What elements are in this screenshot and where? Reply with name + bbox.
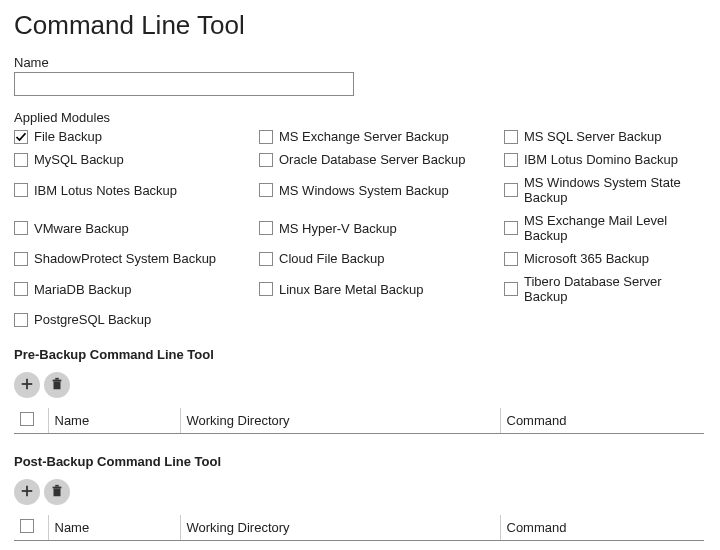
name-label: Name: [14, 55, 706, 70]
applied-modules-label: Applied Modules: [14, 110, 706, 125]
pre-backup-title: Pre-Backup Command Line Tool: [14, 347, 706, 362]
module-label: MySQL Backup: [34, 152, 124, 167]
module-item: ShadowProtect System Backup: [14, 251, 259, 266]
module-item: MS Exchange Mail Level Backup: [504, 213, 706, 243]
module-item: MariaDB Backup: [14, 274, 259, 304]
svg-rect-9: [55, 484, 59, 486]
svg-rect-7: [54, 488, 61, 496]
module-label: VMware Backup: [34, 221, 129, 236]
post-backup-col-command: Command: [500, 515, 704, 541]
module-label: MS Hyper-V Backup: [279, 221, 397, 236]
module-item: MS Windows System Backup: [259, 175, 504, 205]
module-label: IBM Lotus Notes Backup: [34, 183, 177, 198]
applied-modules-grid: File BackupMS Exchange Server BackupMS S…: [14, 129, 706, 327]
module-checkbox[interactable]: [14, 252, 28, 266]
module-label: MS SQL Server Backup: [524, 129, 662, 144]
svg-rect-8: [53, 486, 62, 488]
module-label: MS Exchange Mail Level Backup: [524, 213, 706, 243]
module-checkbox[interactable]: [14, 221, 28, 235]
module-checkbox[interactable]: [259, 282, 273, 296]
svg-rect-4: [55, 377, 59, 379]
module-item: File Backup: [14, 129, 259, 144]
module-checkbox[interactable]: [259, 183, 273, 197]
module-checkbox[interactable]: [504, 183, 518, 197]
module-label: ShadowProtect System Backup: [34, 251, 216, 266]
post-backup-table: Name Working Directory Command: [14, 515, 704, 541]
plus-icon: [20, 377, 34, 394]
pre-backup-delete-button[interactable]: [44, 372, 70, 398]
post-backup-col-name: Name: [48, 515, 180, 541]
module-checkbox[interactable]: [504, 153, 518, 167]
module-checkbox[interactable]: [14, 183, 28, 197]
pre-backup-add-button[interactable]: [14, 372, 40, 398]
module-item: IBM Lotus Notes Backup: [14, 175, 259, 205]
module-label: Microsoft 365 Backup: [524, 251, 649, 266]
pre-backup-table: Name Working Directory Command: [14, 408, 704, 434]
module-item: MS Hyper-V Backup: [259, 213, 504, 243]
page-title: Command Line Tool: [14, 10, 706, 41]
module-item: Oracle Database Server Backup: [259, 152, 504, 167]
module-item: MS Windows System State Backup: [504, 175, 706, 205]
module-item: VMware Backup: [14, 213, 259, 243]
module-label: PostgreSQL Backup: [34, 312, 151, 327]
module-label: MariaDB Backup: [34, 282, 132, 297]
module-item: MS Exchange Server Backup: [259, 129, 504, 144]
module-checkbox[interactable]: [259, 252, 273, 266]
module-label: Tibero Database Server Backup: [524, 274, 706, 304]
module-item: Tibero Database Server Backup: [504, 274, 706, 304]
plus-icon: [20, 484, 34, 501]
svg-rect-2: [54, 381, 61, 389]
module-label: File Backup: [34, 129, 102, 144]
module-item: MS SQL Server Backup: [504, 129, 706, 144]
module-label: IBM Lotus Domino Backup: [524, 152, 678, 167]
pre-backup-col-workingdir: Working Directory: [180, 408, 500, 434]
module-item: Linux Bare Metal Backup: [259, 274, 504, 304]
module-checkbox[interactable]: [14, 282, 28, 296]
module-label: Linux Bare Metal Backup: [279, 282, 424, 297]
post-backup-title: Post-Backup Command Line Tool: [14, 454, 706, 469]
module-checkbox[interactable]: [14, 313, 28, 327]
module-item: IBM Lotus Domino Backup: [504, 152, 706, 167]
svg-rect-6: [22, 490, 33, 492]
module-checkbox[interactable]: [259, 130, 273, 144]
module-item: Cloud File Backup: [259, 251, 504, 266]
module-checkbox[interactable]: [504, 221, 518, 235]
module-item: PostgreSQL Backup: [14, 312, 259, 327]
trash-icon: [50, 484, 64, 501]
svg-rect-1: [22, 383, 33, 385]
trash-icon: [50, 377, 64, 394]
module-label: MS Exchange Server Backup: [279, 129, 449, 144]
module-checkbox[interactable]: [504, 130, 518, 144]
pre-backup-select-all-checkbox[interactable]: [20, 412, 34, 426]
module-label: Cloud File Backup: [279, 251, 385, 266]
post-backup-select-all-checkbox[interactable]: [20, 519, 34, 533]
svg-rect-3: [53, 379, 62, 381]
name-input[interactable]: [14, 72, 354, 96]
module-checkbox[interactable]: [14, 130, 28, 144]
module-label: MS Windows System Backup: [279, 183, 449, 198]
post-backup-col-workingdir: Working Directory: [180, 515, 500, 541]
pre-backup-col-command: Command: [500, 408, 704, 434]
module-checkbox[interactable]: [14, 153, 28, 167]
post-backup-delete-button[interactable]: [44, 479, 70, 505]
pre-backup-col-name: Name: [48, 408, 180, 434]
module-label: MS Windows System State Backup: [524, 175, 706, 205]
module-checkbox[interactable]: [504, 252, 518, 266]
post-backup-add-button[interactable]: [14, 479, 40, 505]
module-label: Oracle Database Server Backup: [279, 152, 465, 167]
module-item: MySQL Backup: [14, 152, 259, 167]
module-checkbox[interactable]: [259, 153, 273, 167]
module-checkbox[interactable]: [259, 221, 273, 235]
module-item: Microsoft 365 Backup: [504, 251, 706, 266]
module-checkbox[interactable]: [504, 282, 518, 296]
